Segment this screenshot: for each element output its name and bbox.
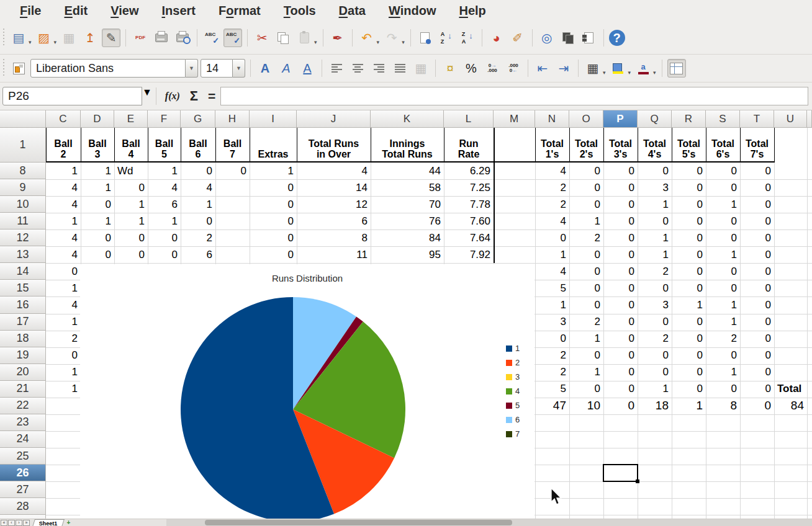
cell-P18[interactable]: 0 (604, 331, 637, 347)
borders-icon[interactable]: ▦ (584, 59, 602, 78)
cell-S9[interactable]: 0 (706, 180, 739, 195)
cell-R20[interactable]: 0 (672, 365, 705, 380)
cell-N16[interactable]: 1 (536, 297, 569, 313)
find-replace-icon[interactable] (416, 29, 435, 47)
cell-R11[interactable]: 0 (672, 213, 705, 229)
cell-P21[interactable]: 0 (604, 381, 637, 397)
background-color-icon[interactable] (609, 59, 628, 78)
row-header-10[interactable]: 10 (0, 196, 46, 213)
align-left-icon[interactable] (327, 59, 346, 78)
cell-S10[interactable]: 1 (706, 197, 739, 212)
equals-icon[interactable]: = (208, 89, 215, 104)
cell-J9[interactable]: 14 (297, 180, 370, 195)
cell-D12[interactable]: 0 (81, 230, 114, 246)
column-header-T[interactable]: T (740, 110, 774, 128)
header-cell-H1[interactable]: Ball 7 (216, 128, 249, 161)
column-header-S[interactable]: S (706, 110, 740, 128)
cell-C19[interactable]: 0 (47, 348, 80, 363)
cell-F11[interactable]: 1 (148, 213, 180, 229)
cell-J11[interactable]: 6 (297, 213, 370, 229)
cell-R10[interactable]: 0 (672, 197, 705, 212)
column-header-O[interactable]: O (569, 110, 603, 128)
bold-icon[interactable]: A (256, 59, 274, 78)
cell-G11[interactable]: 0 (181, 213, 215, 229)
cell-S13[interactable]: 1 (706, 247, 739, 262)
header-cell-S1[interactable]: Total 6's (706, 128, 739, 161)
styles-icon[interactable] (9, 59, 28, 78)
save-icon[interactable]: ▦ (60, 29, 78, 47)
first-sheet-icon[interactable]: « (1, 520, 7, 526)
cell-I8[interactable]: 1 (250, 163, 296, 179)
column-header-N[interactable]: N (535, 110, 569, 128)
cell-U22[interactable]: 84 (775, 398, 806, 414)
draw-functions-icon[interactable]: ✐ (508, 29, 527, 47)
header-cell-O1[interactable]: Total 2's (570, 128, 603, 161)
row-header-1[interactable]: 1 (0, 128, 46, 163)
cell-P8[interactable]: 0 (604, 163, 637, 179)
cell-P19[interactable]: 0 (604, 348, 637, 363)
sheet-tab[interactable]: Sheet1 (32, 519, 64, 526)
selection-box[interactable] (603, 464, 638, 482)
add-sheet-icon[interactable]: + (67, 519, 71, 526)
cell-L11[interactable]: 7.60 (444, 213, 493, 229)
cell-N8[interactable]: 4 (536, 163, 569, 179)
cell-N19[interactable]: 2 (536, 348, 569, 363)
merge-cells-icon[interactable]: ▦ (412, 59, 430, 78)
help-icon[interactable]: ? (609, 30, 625, 46)
freeze-panes-icon[interactable] (667, 59, 686, 78)
cell-S12[interactable]: 0 (706, 230, 739, 246)
row-header-23[interactable]: 23 (0, 414, 46, 431)
background-color-dropdown-icon[interactable]: ▾ (628, 69, 631, 76)
cell-C13[interactable]: 4 (47, 247, 80, 262)
cell-N14[interactable]: 4 (536, 264, 569, 279)
cell-S17[interactable]: 1 (706, 314, 739, 330)
cell-I9[interactable]: 0 (250, 180, 296, 195)
cell-N15[interactable]: 5 (536, 280, 569, 296)
cell-S18[interactable]: 2 (706, 331, 739, 347)
cell-P10[interactable]: 0 (604, 197, 637, 212)
function-wizard-icon[interactable]: f(x) (165, 91, 180, 102)
underline-icon[interactable]: A (298, 59, 317, 78)
cell-Q19[interactable]: 0 (638, 348, 671, 363)
paste-dropdown-icon[interactable]: ▾ (314, 39, 317, 45)
new-document-icon[interactable]: ▤ (9, 29, 28, 47)
formula-input[interactable] (220, 87, 808, 105)
cell-I12[interactable]: 0 (250, 230, 296, 246)
copy-icon[interactable] (274, 29, 292, 47)
row-header-17[interactable]: 17 (0, 314, 46, 331)
cell-D8[interactable]: 1 (81, 163, 114, 179)
row-header-11[interactable]: 11 (0, 213, 46, 230)
legend-item-6[interactable]: 6 (506, 415, 520, 424)
cell-C20[interactable]: 1 (47, 365, 80, 380)
cell-N12[interactable]: 0 (536, 230, 569, 246)
cell-L10[interactable]: 7.78 (444, 197, 493, 212)
edit-file-icon[interactable]: ✎ (102, 29, 120, 47)
cell-O11[interactable]: 1 (570, 213, 603, 229)
column-header-R[interactable]: R (672, 110, 706, 128)
font-name-input[interactable]: Liberation Sans (30, 59, 186, 78)
row-header-16[interactable]: 16 (0, 296, 46, 313)
cell-G12[interactable]: 2 (181, 230, 215, 246)
cell-T22[interactable]: 0 (741, 398, 774, 414)
cell-T16[interactable]: 0 (741, 297, 774, 313)
horizontal-scrollbar[interactable] (166, 519, 812, 526)
cell-F8[interactable]: 1 (148, 163, 180, 179)
row-header-26[interactable]: 26 (0, 465, 46, 481)
cell-K12[interactable]: 84 (371, 230, 443, 246)
cell-G8[interactable]: 0 (181, 163, 215, 179)
cell-E12[interactable]: 0 (115, 230, 147, 246)
toolbar-handle[interactable] (1, 29, 6, 47)
cell-T8[interactable]: 0 (741, 163, 774, 179)
row-header-19[interactable]: 19 (0, 347, 46, 364)
menu-insert[interactable]: Insert (150, 3, 207, 19)
undo-dropdown-icon[interactable]: ▾ (377, 39, 380, 45)
cell-K8[interactable]: 44 (371, 163, 443, 179)
cell-D13[interactable]: 0 (81, 247, 114, 262)
menu-tools[interactable]: Tools (273, 3, 328, 19)
row-header-12[interactable]: 12 (0, 230, 46, 246)
cell-O13[interactable]: 0 (570, 247, 603, 262)
cell-Q14[interactable]: 2 (638, 264, 671, 279)
header-cell-F1[interactable]: Ball 5 (148, 128, 180, 161)
row-header-15[interactable]: 15 (0, 280, 46, 296)
column-header-L[interactable]: L (444, 110, 494, 128)
